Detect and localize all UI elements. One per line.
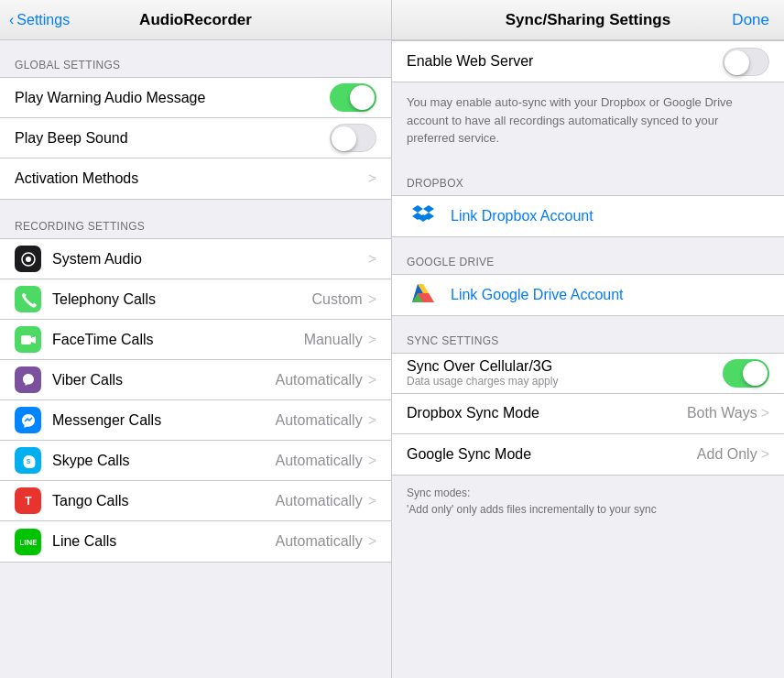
left-panel: ‹ Settings AudioRecorder GLOBAL SETTINGS…: [0, 0, 392, 678]
tango-calls-value: Automatically: [276, 493, 363, 509]
toggle-knob-2: [332, 126, 356, 151]
skype-calls-item[interactable]: S Skype Calls Automatically >: [0, 441, 391, 481]
telephony-calls-label: Telephony Calls: [52, 291, 312, 308]
sync-section-label: SYNC SETTINGS: [392, 316, 784, 353]
done-button[interactable]: Done: [732, 11, 769, 29]
activation-methods-label: Activation Methods: [15, 170, 368, 187]
toggle-knob-cellular: [743, 361, 768, 386]
line-icon: LINE: [15, 529, 41, 555]
chevron-right-icon-2: >: [368, 332, 376, 348]
line-calls-label: Line Calls: [52, 533, 276, 550]
facetime-calls-label: FaceTime Calls: [52, 332, 304, 348]
skype-icon: S: [15, 447, 41, 474]
recording-settings-group: System Audio > Telephony Calls Custom > …: [0, 238, 391, 563]
chevron-right-icon-5: >: [368, 453, 376, 469]
viber-calls-value: Automatically: [276, 372, 363, 388]
link-dropbox-item[interactable]: Link Dropbox Account: [392, 196, 784, 236]
back-button[interactable]: ‹ Settings: [9, 12, 70, 28]
line-calls-value: Automatically: [276, 533, 363, 550]
tango-calls-label: Tango Calls: [52, 493, 276, 509]
enable-web-server-item: Enable Web Server: [392, 41, 784, 82]
chevron-right-icon-google: >: [761, 446, 769, 463]
toggle-knob-web: [724, 50, 749, 75]
svg-text:T: T: [25, 495, 32, 508]
chevron-right-icon-0: >: [368, 251, 376, 268]
tango-icon: T: [15, 487, 41, 514]
system-audio-item[interactable]: System Audio >: [0, 239, 391, 279]
google-sync-mode-item[interactable]: Google Sync Mode Add Only >: [392, 434, 784, 475]
sync-cellular-title: Sync Over Cellular/3G: [407, 358, 723, 375]
messenger-calls-item[interactable]: Messenger Calls Automatically >: [0, 400, 391, 441]
left-nav-title: AudioRecorder: [139, 11, 252, 29]
telephony-calls-item[interactable]: Telephony Calls Custom >: [0, 279, 391, 320]
back-label: Settings: [16, 12, 70, 28]
svg-text:LINE: LINE: [20, 538, 37, 547]
right-nav-bar: Sync/Sharing Settings Done: [392, 0, 784, 40]
messenger-calls-value: Automatically: [276, 412, 363, 429]
play-warning-audio-label: Play Warning Audio Message: [15, 90, 330, 106]
facetime-calls-value: Manually: [304, 332, 363, 348]
info-text: You may enable auto-sync with your Dropb…: [392, 82, 784, 159]
facetime-calls-item[interactable]: FaceTime Calls Manually >: [0, 320, 391, 360]
play-beep-sound-toggle[interactable]: [330, 124, 376, 152]
recording-section-header: RECORDING SETTINGS: [0, 202, 391, 238]
enable-web-server-toggle[interactable]: [723, 48, 769, 76]
right-nav-title: Sync/Sharing Settings: [506, 11, 670, 29]
toggle-knob: [350, 85, 375, 110]
svg-point-1: [26, 257, 31, 262]
chevron-right-icon-7: >: [368, 533, 376, 550]
line-calls-item[interactable]: LINE Line Calls Automatically >: [0, 521, 391, 562]
chevron-right-icon-3: >: [368, 372, 376, 388]
link-google-drive-item[interactable]: Link Google Drive Account: [392, 275, 784, 315]
telephony-calls-value: Custom: [312, 291, 363, 308]
play-warning-audio-toggle[interactable]: [330, 83, 376, 112]
dropbox-group: Link Dropbox Account: [392, 195, 784, 237]
viber-calls-label: Viber Calls: [52, 372, 276, 388]
chevron-right-icon-1: >: [368, 291, 376, 308]
play-beep-sound-label: Play Beep Sound: [15, 130, 330, 147]
google-sync-mode-label: Google Sync Mode: [407, 446, 697, 463]
dropbox-sync-mode-item[interactable]: Dropbox Sync Mode Both Ways >: [392, 394, 784, 434]
skype-calls-label: Skype Calls: [52, 453, 276, 469]
sync-settings-group: Sync Over Cellular/3G Data usage charges…: [392, 353, 784, 476]
chevron-right-icon-6: >: [368, 493, 376, 509]
dropbox-icon: [407, 200, 440, 233]
link-google-drive-label: Link Google Drive Account: [451, 287, 624, 303]
messenger-calls-label: Messenger Calls: [52, 412, 276, 429]
sync-cellular-subtitle: Data usage charges may apply: [407, 375, 723, 388]
play-warning-audio-item: Play Warning Audio Message: [0, 78, 391, 118]
dropbox-section-label: DROPBOX: [392, 159, 784, 195]
google-drive-section-label: GOOGLE DRIVE: [392, 237, 784, 274]
tango-calls-item[interactable]: T Tango Calls Automatically >: [0, 481, 391, 521]
left-nav-bar: ‹ Settings AudioRecorder: [0, 0, 391, 40]
telephony-icon: [15, 286, 41, 312]
bottom-note-title: Sync modes:: [407, 487, 470, 499]
play-beep-sound-item: Play Beep Sound: [0, 118, 391, 159]
google-drive-group: Link Google Drive Account: [392, 274, 784, 316]
bottom-note-text: 'Add only' only adds files incrementally…: [407, 503, 657, 516]
sync-cellular-toggle[interactable]: [723, 359, 769, 388]
dropbox-sync-mode-label: Dropbox Sync Mode: [407, 405, 687, 421]
chevron-right-icon: >: [368, 170, 376, 187]
google-drive-icon: [407, 279, 440, 312]
chevron-right-icon-dropbox: >: [761, 405, 769, 421]
viber-calls-item[interactable]: Viber Calls Automatically >: [0, 360, 391, 400]
sync-cellular-block: Sync Over Cellular/3G Data usage charges…: [407, 358, 723, 388]
enable-web-server-group: Enable Web Server: [392, 40, 784, 82]
global-section-header: GLOBAL SETTINGS: [0, 40, 391, 77]
enable-web-server-label: Enable Web Server: [407, 53, 723, 70]
system-audio-icon: [15, 246, 41, 272]
google-sync-mode-value: Add Only: [697, 446, 757, 463]
chevron-left-icon: ‹: [9, 12, 14, 28]
messenger-icon: [15, 407, 41, 433]
svg-marker-3: [31, 336, 36, 344]
global-settings-group: Play Warning Audio Message Play Beep Sou…: [0, 77, 391, 200]
chevron-right-icon-4: >: [368, 412, 376, 429]
activation-methods-item[interactable]: Activation Methods >: [0, 159, 391, 199]
system-audio-label: System Audio: [52, 251, 368, 268]
dropbox-sync-mode-value: Both Ways: [687, 405, 757, 421]
facetime-icon: [15, 326, 41, 353]
svg-rect-2: [21, 335, 31, 344]
svg-text:S: S: [26, 458, 30, 465]
right-content: Enable Web Server You may enable auto-sy…: [392, 40, 784, 678]
